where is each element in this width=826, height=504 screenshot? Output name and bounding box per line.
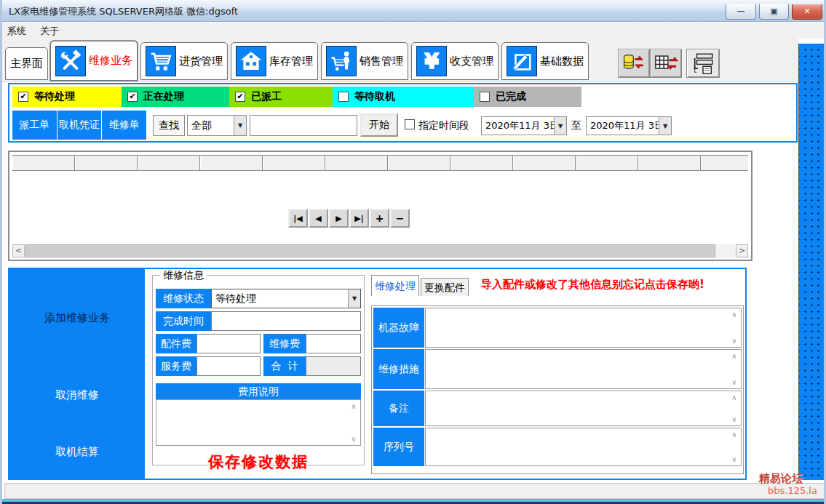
tab-base-data[interactable]: 基础数据: [501, 42, 589, 80]
service-fee-input[interactable]: [196, 356, 261, 376]
close-button[interactable]: ✕: [792, 4, 822, 20]
grid-column-header[interactable]: [12, 156, 75, 170]
scroll-up-icon[interactable]: ∧: [731, 431, 736, 439]
grid-horizontal-scrollbar[interactable]: < >: [12, 244, 748, 257]
date-from-picker[interactable]: 2020年11月 3日 ▼: [481, 116, 567, 135]
watermark-forum-url: bbs.125.la: [768, 485, 817, 496]
scroll-up-icon[interactable]: ∧: [731, 311, 736, 319]
grid-column-header[interactable]: [75, 156, 138, 170]
date-to-picker[interactable]: 2020年11月 3日 ▼: [586, 116, 672, 135]
maximize-button[interactable]: ▣: [759, 4, 789, 20]
menu-system[interactable]: 系统: [2, 23, 31, 40]
field-row: 机器故障 ∧ ∨: [373, 308, 742, 348]
machine-fault-textarea[interactable]: ∧ ∨: [425, 308, 742, 348]
repair-fee-input[interactable]: [306, 334, 361, 353]
menu-about[interactable]: 关于: [35, 23, 64, 40]
tab-replace-parts[interactable]: 更换配件: [421, 278, 469, 296]
watermark-forum-name: 精易论坛: [759, 472, 803, 486]
grid-column-header[interactable]: [263, 156, 325, 170]
repair-fee-label: 维修费: [263, 334, 306, 353]
scroll-down-icon[interactable]: ∨: [731, 337, 736, 345]
tab-sales[interactable]: 销售管理: [321, 42, 408, 80]
tree-list-button[interactable]: t: [686, 49, 720, 78]
repair-status-select[interactable]: 等待处理 ▼: [211, 289, 361, 308]
scroll-down-icon[interactable]: ∨: [731, 455, 736, 463]
grid-column-header[interactable]: [450, 156, 513, 170]
tab-repair-business[interactable]: 维修业务: [50, 41, 138, 81]
scroll-down-icon[interactable]: ∨: [351, 435, 356, 443]
record-navigator: |◀ ◀ ▶ ▶| + −: [288, 209, 410, 228]
pickup-voucher-button[interactable]: 取机凭证: [57, 111, 103, 140]
grid-column-header[interactable]: [701, 156, 748, 170]
grid-column-header[interactable]: [325, 156, 388, 170]
tab-purchasing[interactable]: 进货管理: [140, 42, 228, 80]
dropdown-arrow-icon[interactable]: ▼: [348, 289, 360, 308]
minimize-button[interactable]: —: [726, 4, 756, 20]
table-sync-icon: [654, 52, 678, 75]
scroll-up-icon[interactable]: ∧: [351, 402, 356, 410]
records-grid: |◀ ◀ ▶ ▶| + − < >: [8, 151, 752, 261]
tab-inventory[interactable]: 库存管理: [231, 42, 318, 80]
nav-last-button[interactable]: ▶|: [349, 209, 369, 228]
pickup-settle-button[interactable]: 取机结算: [9, 445, 145, 459]
grid-column-header[interactable]: [638, 156, 701, 170]
machine-fault-label: 机器故障: [373, 308, 424, 348]
grid-column-header[interactable]: [200, 156, 263, 170]
remark-textarea[interactable]: ∧ ∨: [425, 391, 742, 426]
checkbox-dispatched[interactable]: ✔: [235, 92, 245, 102]
tab-finance[interactable]: ¥ 收支管理: [411, 42, 499, 80]
total-label: 合 计: [263, 356, 306, 376]
scroll-up-icon[interactable]: ∧: [731, 393, 736, 401]
search-scope-select[interactable]: 全部 ▼: [187, 115, 247, 136]
checkbox-pickup[interactable]: [338, 92, 349, 102]
tab-repair-process[interactable]: 维修处理: [371, 275, 419, 296]
parts-fee-label: 配件费: [156, 334, 196, 353]
dropdown-arrow-icon[interactable]: ▼: [659, 117, 671, 135]
document-buttons: 派工单 取机凭证 维修单: [12, 111, 146, 140]
nav-add-button[interactable]: +: [370, 209, 389, 228]
dispatch-sheet-button[interactable]: 派工单: [12, 111, 57, 140]
scroll-down-icon[interactable]: ∨: [731, 378, 736, 386]
nav-next-button[interactable]: ▶: [329, 209, 349, 228]
app-window: LX家电维修管理系统 SQLSERVER网络版 微信:dgsoft — ▣ ✕ …: [0, 0, 826, 504]
parts-fee-input[interactable]: [196, 334, 261, 353]
scrollbar-thumb[interactable]: [25, 244, 715, 257]
db-sync-button[interactable]: [618, 49, 650, 78]
checkbox-waiting[interactable]: ✔: [18, 92, 28, 102]
finish-time-input[interactable]: [211, 311, 361, 331]
dropdown-arrow-icon[interactable]: ▼: [554, 117, 566, 135]
serial-number-textarea[interactable]: ∧ ∨: [425, 428, 742, 466]
scroll-down-icon[interactable]: ∨: [731, 415, 736, 423]
nav-delete-button[interactable]: −: [390, 209, 410, 228]
scroll-left-icon[interactable]: <: [12, 244, 25, 257]
nav-first-button[interactable]: |◀: [288, 209, 308, 228]
grid-column-header[interactable]: [388, 156, 450, 170]
checkbox-completed[interactable]: [480, 92, 490, 102]
search-input[interactable]: [250, 115, 357, 136]
tree-list-icon: t: [691, 52, 715, 75]
total-value: [306, 356, 361, 376]
tab-main-screen[interactable]: 主界面: [5, 47, 48, 80]
add-repair-button[interactable]: 添加维修业务: [9, 311, 145, 325]
grid-column-header[interactable]: [513, 156, 576, 170]
table-sync-button[interactable]: [650, 49, 682, 78]
grid-header-row: [12, 155, 748, 171]
scroll-right-icon[interactable]: >: [736, 244, 748, 257]
start-button[interactable]: 开始: [360, 113, 398, 137]
scroll-up-icon[interactable]: ∧: [731, 352, 736, 360]
checkbox-processing[interactable]: ✔: [127, 92, 138, 102]
grid-column-header[interactable]: [138, 156, 200, 170]
fee-note-textarea[interactable]: ∧ ∨: [156, 399, 361, 446]
save-changes-button[interactable]: 保存修改数据: [153, 452, 364, 472]
svg-text:t: t: [694, 66, 696, 74]
filter-panel: ✔ 等待处理 ✔ 正在处理 ✔ 已派工 等待取机 已完成 派工单 取机凭证 维修…: [8, 83, 798, 143]
grid-column-header[interactable]: [576, 156, 638, 170]
repair-measure-textarea[interactable]: ∧ ∨: [425, 349, 742, 389]
nav-prev-button[interactable]: ◀: [309, 209, 328, 228]
cancel-repair-button[interactable]: 取消维修: [9, 388, 145, 402]
repair-sheet-button[interactable]: 维修单: [102, 111, 146, 140]
menu-bar: 系统 关于: [2, 23, 824, 39]
dropdown-arrow-icon[interactable]: ▼: [234, 116, 246, 135]
yen-icon: ¥: [416, 46, 447, 76]
timespan-checkbox[interactable]: [405, 119, 415, 129]
